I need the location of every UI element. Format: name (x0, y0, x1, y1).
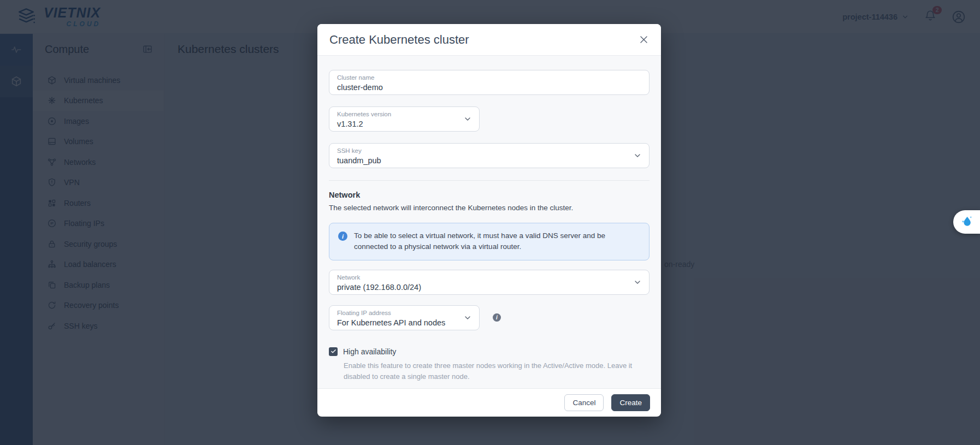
cluster-name-input[interactable]: Cluster name cluster-demo (329, 70, 650, 95)
cancel-button[interactable]: Cancel (564, 394, 604, 411)
create-kubernetes-cluster-modal: Create Kubernetes cluster Cluster name c… (317, 24, 661, 416)
network-section-description: The selected network will interconnect t… (329, 204, 650, 212)
chevron-down-icon (463, 115, 472, 123)
info-icon: i (338, 232, 347, 241)
field-label: Floating IP address (337, 310, 471, 317)
field-label: Cluster name (337, 74, 641, 81)
chevron-down-icon (463, 313, 472, 322)
field-label: Kubernetes version (337, 111, 471, 118)
create-button[interactable]: Create (611, 394, 650, 411)
high-availability-label: High availability (343, 347, 396, 356)
field-value: tuandm_pub (337, 155, 641, 166)
modal-title: Create Kubernetes cluster (329, 33, 469, 47)
water-drop-icon (959, 215, 974, 229)
high-availability-help-text: Enable this feature to create three mast… (344, 360, 650, 383)
chevron-down-icon (633, 151, 642, 160)
field-value: cluster-demo (337, 82, 641, 93)
kubernetes-version-select[interactable]: Kubernetes version v1.31.2 (329, 106, 480, 132)
network-select[interactable]: Network private (192.168.0.0/24) (329, 270, 650, 295)
high-availability-checkbox[interactable]: High availability (329, 347, 650, 356)
section-divider (329, 180, 650, 181)
checkbox-checked-icon (329, 347, 338, 356)
chevron-down-icon (633, 278, 642, 287)
close-icon (639, 34, 649, 45)
field-label: Network (337, 274, 641, 281)
close-button[interactable] (639, 34, 649, 45)
network-info-text: To be able to select a virtual network, … (354, 230, 630, 253)
floating-ip-select[interactable]: Floating IP address For Kubernetes API a… (329, 305, 480, 330)
ssh-key-select[interactable]: SSH key tuandm_pub (329, 143, 650, 168)
field-label: SSH key (337, 147, 641, 155)
field-value: For Kubernetes API and nodes (337, 317, 471, 328)
field-value: v1.31.2 (337, 118, 471, 129)
floating-ip-info-icon[interactable]: i (493, 313, 501, 322)
assistant-chat-widget[interactable] (953, 210, 980, 234)
field-value: private (192.168.0.0/24) (337, 282, 641, 293)
network-info-alert: i To be able to select a virtual network… (329, 223, 650, 260)
network-section-heading: Network (329, 191, 650, 199)
